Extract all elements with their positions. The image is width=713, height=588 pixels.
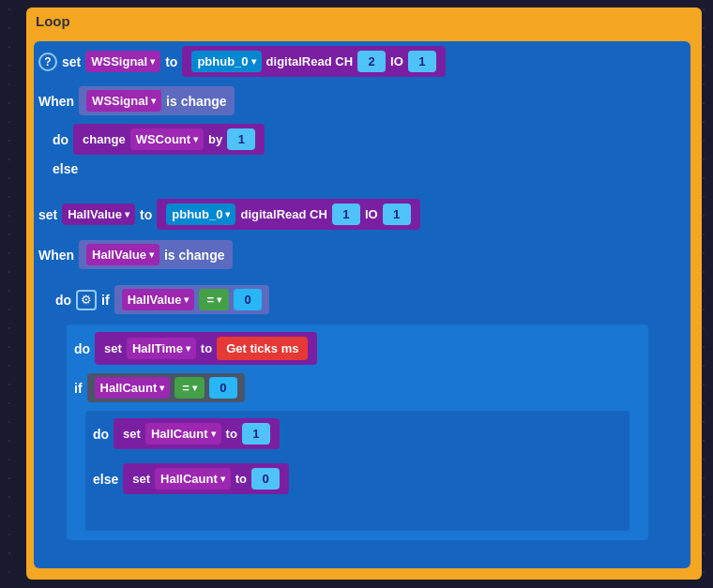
hallcaunt-if-block: HallCaunt = 0 xyxy=(87,373,245,402)
wssignal-dropdown-2[interactable]: WSSignal xyxy=(86,90,161,112)
hallvalue-dropdown-if[interactable]: HallValue xyxy=(122,289,195,310)
gear-icon[interactable]: ⚙ xyxy=(76,290,97,310)
row-do-change: do change WSCount by 1 xyxy=(53,124,265,155)
row-do-if-hallvalue: do ⚙ if HallValue = 0 xyxy=(55,285,269,314)
change-block: change WSCount by 1 xyxy=(73,124,265,155)
hallcaunt-dropdown-2[interactable]: HallCaunt xyxy=(145,423,221,445)
when-label-1: When xyxy=(38,94,74,109)
row-do-set-hallcaunt-1: do set HallCaunt to 1 xyxy=(93,418,280,449)
hallvalue-dropdown-1[interactable]: HallValue xyxy=(62,204,135,225)
pbhub-block-2: pbhub_0 digitalRead CH 1 IO 1 xyxy=(157,199,419,230)
to-value-1[interactable]: 1 xyxy=(242,423,270,445)
ch-value-2[interactable]: 1 xyxy=(332,204,360,225)
set-label-2: set xyxy=(38,207,57,222)
blue-container: ? set WSSignal to pbhub_0 digitalRead CH… xyxy=(34,41,690,568)
do-label-2: do xyxy=(55,293,71,308)
row-else-1: else xyxy=(53,161,78,176)
row-when-hallvalue: When HallValue is change xyxy=(38,240,233,269)
do-inner-container: do set HallTime to Get ticks ms xyxy=(67,324,648,540)
hallvalue-event-block: HallValue is change xyxy=(79,240,232,269)
to-value-0[interactable]: 0 xyxy=(251,468,280,490)
io-value-2[interactable]: 1 xyxy=(383,204,411,225)
wscount-dropdown[interactable]: WSCount xyxy=(130,128,204,150)
wssignal-event-block: WSSignal is change xyxy=(79,86,235,115)
pbhub-block-1: pbhub_0 digitalRead CH 2 IO 1 xyxy=(182,46,445,77)
if-value-1[interactable]: 0 xyxy=(234,289,262,310)
set-halltime-block: set HallTime to Get ticks ms xyxy=(95,332,317,365)
wssignal-dropdown-1[interactable]: WSSignal xyxy=(85,51,160,72)
row-set-hallvalue: set HallValue to pbhub_0 digitalRead CH … xyxy=(38,199,420,230)
loop-container: Loop ? set WSSignal to pbhub_0 digitalRe… xyxy=(26,8,702,580)
else-label-2: else xyxy=(93,472,118,487)
halltime-dropdown[interactable]: HallTime xyxy=(127,338,196,359)
is-change-label-2: is change xyxy=(164,248,225,263)
do-label-4: do xyxy=(93,427,109,442)
row-set-wssignal: ? set WSSignal to pbhub_0 digitalRead CH… xyxy=(38,46,446,77)
set-hallcaunt-block-0: set HallCaunt to 0 xyxy=(123,463,289,494)
ch-value-1[interactable]: 2 xyxy=(357,51,386,72)
when-label-2: When xyxy=(38,248,74,263)
equals-op-1[interactable]: = xyxy=(199,289,229,310)
to-label-2: to xyxy=(140,207,152,222)
equals-op-2[interactable]: = xyxy=(174,377,205,399)
by-value[interactable]: 1 xyxy=(227,128,255,150)
do-label-3: do xyxy=(74,341,90,356)
do-container: do ⚙ if HallValue = 0 xyxy=(48,278,667,550)
row-set-halltime: do set HallTime to Get ticks ms xyxy=(74,332,317,365)
if-label-2: if xyxy=(74,381,83,396)
to-label-1: to xyxy=(165,54,177,69)
question-icon[interactable]: ? xyxy=(38,53,57,71)
pbhub-dropdown-1[interactable]: pbhub_0 xyxy=(191,51,261,72)
else-label-1: else xyxy=(53,161,78,176)
do-label-1: do xyxy=(53,132,68,147)
row-when-wssignal: When WSSignal is change xyxy=(38,86,235,115)
if-value-2[interactable]: 0 xyxy=(209,377,237,399)
set-label-1: set xyxy=(62,54,81,69)
hallvalue-dropdown-2[interactable]: HallValue xyxy=(86,244,159,265)
hallcaunt-dropdown-3[interactable]: HallCaunt xyxy=(155,468,231,490)
is-change-label-1: is change xyxy=(166,94,227,109)
io-value-1[interactable]: 1 xyxy=(408,51,436,72)
loop-label: Loop xyxy=(36,13,70,29)
row-if-hallcaunt: if HallCaunt = 0 xyxy=(74,373,245,402)
if-label-1: if xyxy=(101,293,110,308)
get-ticks-block[interactable]: Get ticks ms xyxy=(217,337,308,360)
row-else-set-hallcaunt-0: else set HallCaunt to 0 xyxy=(93,463,289,494)
hallvalue-if-block: HallValue = 0 xyxy=(114,285,269,314)
pbhub-dropdown-2[interactable]: pbhub_0 xyxy=(166,204,235,225)
hallcaunt-dropdown-1[interactable]: HallCaunt xyxy=(95,377,171,399)
set-hallcaunt-block-1: set HallCaunt to 1 xyxy=(114,418,280,449)
if-else-container: do set HallCaunt to 1 xyxy=(85,411,630,531)
